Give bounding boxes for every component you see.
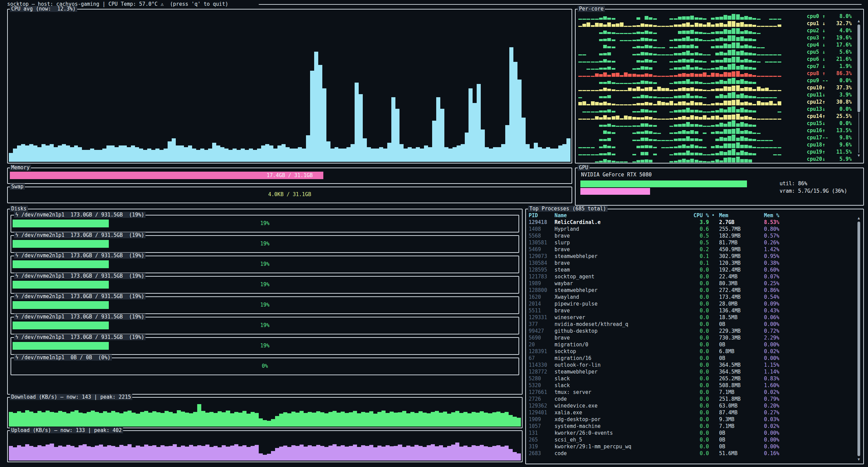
core-sparkline [578, 99, 782, 106]
process-name: migration/0 [555, 341, 666, 348]
process-cpu: 0.0 [666, 389, 709, 396]
graph-bar [505, 412, 509, 427]
core-sparkline [578, 63, 782, 70]
process-row[interactable]: 1909xdg-desktop-por0.09.3MB0.03% [526, 416, 863, 423]
processes-scrollbar-thumb[interactable] [857, 222, 860, 456]
per-core-scroll-up-icon[interactable]: ▲ [857, 19, 860, 23]
graph-bar [492, 412, 496, 427]
process-row[interactable]: 319kworker/29:1-mm_percpu_wq0.00B0.00% [526, 443, 863, 450]
process-name: slack [555, 375, 666, 382]
graph-bar [230, 413, 234, 427]
process-name: brave [555, 232, 666, 239]
disk-gauge-percent: 19% [11, 260, 518, 268]
process-row[interactable]: 127661tmux: server0.07.1MB0.02% [526, 389, 863, 396]
process-row[interactable]: 129418RelicCardinal.e3.92.7GB8.53% [526, 219, 863, 226]
per-core-scroll-down-icon[interactable]: ▼ [857, 154, 860, 158]
process-row[interactable]: 5690brave0.0730.3MB2.29% [526, 334, 863, 341]
process-row[interactable]: 5320slack0.0508.8MB1.60% [526, 382, 863, 389]
process-row[interactable]: 130581slurp0.581.7MB0.26% [526, 239, 863, 246]
graph-bar [242, 445, 246, 461]
graph-bar [419, 446, 423, 461]
process-pid: 5511 [526, 307, 555, 314]
process-row[interactable]: 129362winedevice.exe0.063.0MB0.20% [526, 402, 863, 409]
process-mem: 2.7GB [719, 219, 764, 226]
process-row[interactable]: 5511brave0.0136.4MB0.43% [526, 307, 863, 314]
graph-bar [302, 149, 306, 162]
process-row[interactable]: 99427github-desktop0.0229.3MB0.72% [526, 328, 863, 334]
process-row[interactable]: 130584brave0.1120.3MB0.38% [526, 260, 863, 266]
graph-bar [139, 149, 143, 162]
per-core-scrollbar-track[interactable] [858, 113, 859, 153]
graph-bar [17, 411, 21, 427]
process-name: code [555, 396, 666, 402]
process-memp: 0.00% [764, 341, 805, 348]
graph-bar [345, 447, 349, 461]
spacer [709, 396, 719, 402]
process-row[interactable]: 131kworker/26:0-events0.00B0.00% [526, 430, 863, 436]
graph-bar [526, 144, 530, 162]
process-row[interactable]: 128800steamwebhelper0.0272.4MB0.86% [526, 287, 863, 294]
graph-bar [423, 413, 427, 427]
process-row[interactable]: 265scsi_eh_50.00B0.00% [526, 436, 863, 443]
graph-bar [416, 147, 420, 162]
graph-bar [306, 135, 310, 162]
core-row: cpu7 ↓1.9% [578, 63, 861, 70]
process-row[interactable]: 129331wineserver0.018.5MB0.06% [526, 314, 863, 321]
process-row[interactable]: 5280slack0.0265.2MB0.83% [526, 375, 863, 382]
process-row[interactable]: 67migration/160.00B0.00% [526, 355, 863, 362]
process-row[interactable]: 121783socktop_agent0.022.4MB0.07% [526, 273, 863, 280]
processes-scroll-down-icon[interactable]: ▼ [857, 457, 860, 462]
process-row[interactable]: 1408Hyprland0.6255.7MB0.80% [526, 226, 863, 232]
graph-bar [201, 446, 205, 461]
process-row[interactable]: 129073steamwebhelper0.1302.9MB0.95% [526, 253, 863, 260]
spacer [709, 280, 719, 287]
graph-bar [420, 149, 424, 162]
per-core-scrollbar-thumb[interactable] [857, 24, 860, 112]
process-row[interactable]: 5568brave0.5182.9MB0.57% [526, 232, 863, 239]
spacer [709, 328, 719, 334]
graph-bar [394, 413, 398, 427]
process-row[interactable]: 114330outlook-for-lin0.0364.5MB1.15% [526, 362, 863, 368]
process-row[interactable]: 128391socktop0.06.8MB0.02% [526, 348, 863, 355]
process-row[interactable]: 2726code0.0251.8MB0.79% [526, 396, 863, 402]
process-row[interactable]: 20migration/00.00B0.00% [526, 341, 863, 348]
gpu-title: GPU [578, 165, 590, 171]
process-cpu: 0.0 [666, 300, 709, 307]
graph-bar [484, 446, 488, 461]
graph-bar [106, 145, 110, 162]
graph-bar [287, 413, 291, 427]
graph-bar [439, 445, 443, 461]
process-pid: 319 [526, 443, 555, 450]
process-row[interactable]: 1989waybar0.080.3MB0.25% [526, 280, 863, 287]
col-mem[interactable]: Mem [719, 212, 764, 219]
process-row[interactable]: 129401xalia.exe0.087.4MB0.27% [526, 409, 863, 416]
process-row[interactable]: 5469brave0.2450.9MB1.42% [526, 246, 863, 253]
process-row[interactable]: 2014pipewire-pulse0.028.0MB0.09% [526, 300, 863, 307]
process-row[interactable]: 2683code0.051.6MB0.16% [526, 450, 863, 457]
core-label: cpu20↓5.9% [807, 156, 852, 162]
graph-bar [82, 150, 86, 162]
processes-scroll-up-icon[interactable]: ▲ [857, 216, 860, 220]
col-mem-percent[interactable]: Mem % [764, 212, 805, 219]
graph-bar [144, 445, 148, 461]
graph-bar [33, 447, 37, 461]
gpu-panel: GPU NVIDIA GeForce RTX 5080 util: 86% vr… [575, 168, 864, 206]
process-row[interactable]: 1620Xwayland0.0173.4MB0.54% [526, 294, 863, 300]
graph-bar [169, 412, 173, 427]
graph-bar [513, 417, 517, 427]
disk-gauge: ϟ /dev/nvme2n1p1 173.0GB / 931.5GB (19%)… [11, 337, 519, 355]
graph-bar [538, 147, 542, 162]
process-row[interactable]: 128772steamwebhelper0.0364.5MB1.14% [526, 368, 863, 375]
graph-bar [238, 446, 242, 461]
process-row[interactable]: 377nvidia-modeset/kthread_q0.00B0.00% [526, 321, 863, 328]
process-pid: 129362 [526, 402, 555, 409]
process-row[interactable]: 128595steam0.0192.4MB0.60% [526, 266, 863, 273]
core-label: cpu17--9.8% [807, 135, 852, 141]
col-cpu[interactable]: CPU % [666, 212, 709, 219]
graph-bar [87, 412, 91, 427]
graph-bar [443, 447, 447, 461]
graph-bar [279, 414, 283, 427]
graph-bar [275, 416, 279, 427]
process-row[interactable]: 1057systemd-machine0.07.1MB0.02% [526, 423, 863, 430]
spacer [709, 273, 719, 280]
